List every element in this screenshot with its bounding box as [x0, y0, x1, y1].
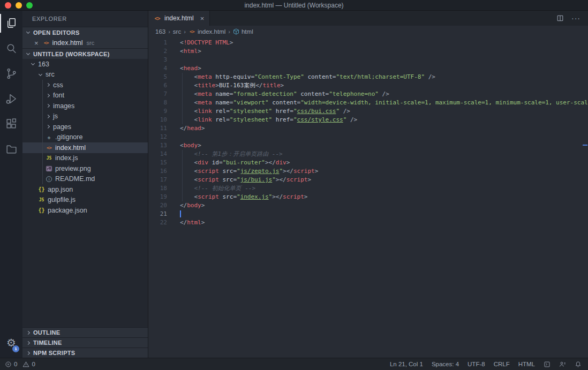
tree-item-font[interactable]: font	[22, 90, 148, 101]
feedback-icon[interactable]	[559, 361, 566, 368]
open-editor-item[interactable]: × <> index.html src	[22, 37, 148, 48]
tree-item-163[interactable]: 163	[22, 59, 148, 70]
explorer-icon[interactable]	[0, 11, 22, 36]
tree-item-package-json[interactable]: {}package.json	[22, 205, 148, 216]
tree-item-src[interactable]: src	[22, 70, 148, 80]
warning-count: 0	[32, 361, 35, 367]
code-line-19[interactable]: 19 <script src="index.js"></script>	[148, 193, 588, 201]
section-header-npm-scripts[interactable]: NPM SCRIPTS	[22, 348, 148, 358]
status-utf-8[interactable]: UTF-8	[468, 361, 485, 367]
tree-item-label: images	[53, 102, 74, 110]
tab-bar: <> index.html × ···	[148, 11, 588, 26]
text-cursor	[180, 210, 181, 217]
section-header-outline[interactable]: OUTLINE	[22, 327, 148, 337]
code-line-13[interactable]: 13<body>	[148, 141, 588, 150]
source-control-icon[interactable]	[0, 61, 22, 86]
editor-group: <> index.html × ··· 163›src›<>index.html…	[148, 11, 588, 358]
status-crlf[interactable]: CRLF	[494, 361, 510, 367]
tree-item-label: gulpfile.js	[48, 196, 76, 203]
tab-index-html[interactable]: <> index.html ×	[148, 11, 210, 26]
search-icon[interactable]	[0, 36, 22, 61]
code-line-17[interactable]: 17 <script src="js/bui.js"></script>	[148, 176, 588, 184]
code-line-7[interactable]: 7 <meta name="format-detection" content=…	[148, 90, 588, 99]
tree-item-gulpfile-js[interactable]: JSgulpfile.js	[22, 195, 148, 206]
code-line-22[interactable]: 22</html>	[148, 218, 588, 227]
status-spaces-4[interactable]: Spaces: 4	[432, 361, 459, 367]
code-line-6[interactable]: 6 <title>BUI-163案例</title>	[148, 81, 588, 90]
split-editor-icon[interactable]	[556, 14, 564, 22]
code-line-5[interactable]: 5 <meta http-equiv="Content-Type" conten…	[148, 73, 588, 81]
breadcrumb-163[interactable]: 163	[155, 28, 165, 35]
code-line-8[interactable]: 8 <meta name="viewport" content="width=d…	[148, 99, 588, 107]
status-ln-21-col-1[interactable]: Ln 21, Col 1	[390, 361, 423, 367]
code-line-15[interactable]: 15 <div id="bui-router"></div>	[148, 158, 588, 167]
code-line-20[interactable]: 20</body>	[148, 201, 588, 210]
tree-item-label: index.js	[55, 154, 78, 162]
section-header-timeline[interactable]: TIMELINE	[22, 337, 148, 348]
chevron-right-icon	[46, 94, 50, 97]
tree-item-images[interactable]: images	[22, 101, 148, 111]
error-icon	[5, 361, 12, 368]
code-line-2[interactable]: 2<html>	[148, 47, 588, 56]
chevron-right-icon	[46, 115, 50, 118]
tree-item-label: app.json	[48, 186, 73, 193]
tree-item-preview-png[interactable]: preview.png	[22, 163, 148, 174]
tree-item-label: css	[53, 81, 63, 89]
tree-item-index-html[interactable]: <>index.html	[22, 142, 148, 153]
line-number: 1	[148, 39, 167, 47]
tree-item-gitignore[interactable]: ◈.gitignore	[22, 132, 148, 143]
manage-gear-icon[interactable]: ⚙ 1	[0, 332, 22, 353]
line-number: 21	[148, 210, 167, 218]
code-line-10[interactable]: 10 <link rel="stylesheet" href="css/styl…	[148, 116, 588, 124]
tree-item-label: .gitignore	[55, 133, 82, 141]
code-line-11[interactable]: 11</head>	[148, 124, 588, 133]
workspace-header[interactable]: UNTITLED (WORKSPACE)	[22, 48, 148, 59]
tree-item-readme-md[interactable]: iREADME.md	[22, 174, 148, 185]
tab-close-icon[interactable]: ×	[200, 14, 205, 22]
code-line-9[interactable]: 9 <link rel="stylesheet" href="css/bui.c…	[148, 107, 588, 116]
breadcrumb-src[interactable]: src	[173, 28, 181, 35]
problems-indicator[interactable]: 0 0	[5, 361, 35, 368]
open-editors-header[interactable]: OPEN EDITORS	[22, 27, 148, 37]
indent-guide	[182, 150, 183, 201]
breadcrumb: 163›src›<>index.html›html	[148, 26, 588, 37]
code-line-16[interactable]: 16 <script src="js/zepto.js"></script>	[148, 167, 588, 176]
gitignore-file-icon: ◈	[45, 133, 53, 141]
tree-item-label: 163	[38, 61, 49, 68]
code-line-4[interactable]: 4<head>	[148, 64, 588, 73]
code-editor[interactable]: 1<!DOCTYPE HTML>2<html>34<head>5 <meta h…	[148, 37, 588, 358]
tree-item-css[interactable]: css	[22, 80, 148, 90]
breadcrumb-html[interactable]: html	[233, 28, 253, 35]
chevron-down-icon	[31, 62, 35, 65]
activity-bar: ⚙ 1	[0, 11, 22, 358]
tree-item-js[interactable]: js	[22, 111, 148, 122]
preview-icon[interactable]	[544, 361, 551, 368]
code-line-3[interactable]: 3	[148, 56, 588, 64]
run-and-debug-icon[interactable]	[0, 86, 22, 111]
close-icon[interactable]: ×	[34, 39, 39, 47]
tree-item-app-json[interactable]: {}app.json	[22, 184, 148, 195]
status-html[interactable]: HTML	[518, 361, 535, 367]
code-line-1[interactable]: 1<!DOCTYPE HTML>	[148, 39, 588, 47]
line-number: 19	[148, 193, 167, 201]
tree-item-label: preview.png	[55, 165, 91, 172]
project-folder-icon[interactable]	[0, 137, 22, 162]
chevron-down-icon	[39, 72, 42, 76]
code-line-14[interactable]: 14 <!-- 第1步：开启单页路由 -->	[148, 150, 588, 158]
bell-icon[interactable]	[575, 361, 582, 368]
tree-item-pages[interactable]: pages	[22, 122, 148, 132]
chevron-down-icon	[26, 51, 30, 55]
tree-item-index-js[interactable]: JSindex.js	[22, 153, 148, 164]
explorer-sidebar: EXPLORER OPEN EDITORS × <> index.html sr…	[22, 11, 148, 358]
code-line-12[interactable]: 12	[148, 133, 588, 141]
chevron-right-icon	[46, 104, 50, 108]
tree-item-label: pages	[53, 123, 71, 131]
code-line-21[interactable]: 21	[148, 210, 588, 218]
more-actions-icon[interactable]: ···	[571, 14, 581, 22]
sidebar-title: EXPLORER	[22, 11, 148, 27]
breadcrumb-index-html[interactable]: <>index.html	[189, 28, 225, 35]
extensions-icon[interactable]	[0, 111, 22, 137]
code-line-18[interactable]: 18 <!-- 初始化单页 -->	[148, 184, 588, 193]
line-number: 5	[148, 73, 167, 81]
line-number: 9	[148, 107, 167, 116]
